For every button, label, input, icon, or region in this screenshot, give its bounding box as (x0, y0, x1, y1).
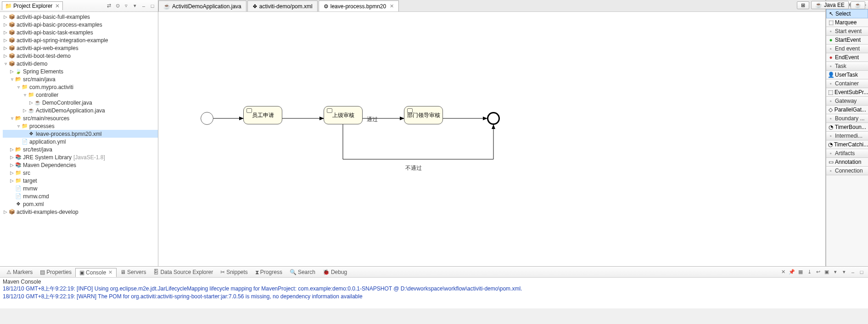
tree-item[interactable]: ▷🍃Spring Elements (3, 67, 158, 75)
expand-icon[interactable]: ▷ (9, 147, 15, 152)
java-ee-perspective-button[interactable]: ☕Java EE (811, 1, 849, 9)
expand-icon[interactable]: ▷ (3, 45, 8, 50)
tree-item[interactable]: ▷📦activiti-examples-develop (3, 208, 158, 216)
palette-item[interactable]: ◇ParallelGat... (826, 106, 868, 114)
expand-icon[interactable]: ▷ (3, 53, 8, 58)
scroll-lock-icon[interactable]: ⤓ (806, 268, 813, 276)
editor-tab[interactable]: ❖activiti-demo/pom.xml (247, 0, 318, 11)
palette-section[interactable]: ◦Connection (826, 166, 868, 175)
tree-item[interactable]: ▿📂src/main/java (3, 75, 158, 83)
filter-icon[interactable]: ▿ (123, 2, 130, 10)
expand-icon[interactable]: ▷ (9, 162, 15, 168)
palette-section[interactable]: ◦Container (826, 79, 868, 88)
view-tab[interactable]: 🖥Servers (117, 268, 150, 276)
select-console-icon[interactable]: ▾ (832, 268, 839, 276)
tree-item[interactable]: ▷❖pom.xml (3, 200, 158, 208)
tree-item[interactable]: ▷📚JRE System Library[JavaSE-1.8] (3, 153, 158, 161)
open-perspective-button[interactable]: ⊞ (797, 1, 809, 9)
palette-item[interactable]: ◔TimerBoun... (826, 123, 868, 131)
expand-icon[interactable]: ▷ (9, 178, 15, 183)
tree-item[interactable]: ▷📁target (3, 177, 158, 184)
palette-item[interactable]: 👤UserTask (826, 71, 868, 79)
wrap-icon[interactable]: ↩ (814, 268, 822, 276)
palette-section[interactable]: ◦Intermedi... (826, 131, 868, 140)
view-tab[interactable]: 🔍Search (286, 268, 319, 276)
editor-tab[interactable]: ⚙leave-process.bpmn20✕ (319, 0, 399, 11)
tree-item[interactable]: ▷📄application.yml (3, 138, 158, 145)
expand-icon[interactable]: ▷ (9, 170, 15, 175)
max-icon[interactable]: □ (858, 268, 865, 276)
palette-item[interactable]: ⬚EventSubPr... (826, 88, 868, 96)
tree-item[interactable]: ▷📚Maven Dependencies (3, 161, 158, 169)
tree-item[interactable]: ▷📄mvnw (3, 184, 158, 192)
view-tab[interactable]: ✂Snippets (217, 268, 252, 276)
palette-item[interactable]: ▭Annotation (826, 158, 868, 166)
tree-item[interactable]: ▷📦activiti-boot-test-demo (3, 52, 158, 60)
palette-section[interactable]: ◦Artifacts (826, 149, 868, 158)
bpmn-start-event[interactable] (201, 112, 213, 125)
tree-item[interactable]: ▿📁controller (3, 91, 158, 99)
display-icon[interactable]: ▦ (797, 268, 804, 276)
clear-icon[interactable]: ✕ (779, 268, 787, 276)
close-icon[interactable]: ✕ (108, 269, 112, 275)
tree-item[interactable]: ▷📦activiti-api-spring-integration-exampl… (3, 36, 158, 44)
tree-item[interactable]: ▿📁processes (3, 122, 158, 130)
bpmn-user-task[interactable]: 部门领导审核 (404, 106, 443, 124)
pin-icon[interactable]: 📌 (788, 268, 795, 276)
tree-item[interactable]: ▷☕ActivitiDemoApplication.java (3, 106, 158, 114)
focus-icon[interactable]: ⊙ (114, 2, 121, 10)
bpmn-end-event[interactable] (487, 112, 500, 125)
menu-icon[interactable]: ▾ (131, 2, 139, 10)
project-explorer-tab[interactable]: 📁 Project Explorer ✕ (2, 1, 63, 10)
palette-item[interactable]: ⬚Marquee (826, 18, 868, 27)
view-tab[interactable]: ▣Console✕ (75, 268, 117, 277)
expand-icon[interactable]: ▷ (3, 14, 8, 19)
palette-section[interactable]: ◦Start event (826, 27, 868, 36)
perspective-switcher[interactable]: ⊞ ☕Java EE ☕ (797, 1, 865, 9)
view-tab[interactable]: ⧗Progress (252, 268, 286, 276)
palette-item[interactable]: ●EndEvent (826, 53, 868, 61)
expand-icon[interactable]: ▷ (3, 22, 8, 27)
expand-icon[interactable]: ▿ (3, 61, 8, 66)
view-tab[interactable]: 🗄Data Source Explorer (150, 268, 217, 276)
tree-item[interactable]: ▿📂src/main/resources (3, 114, 158, 122)
expand-icon[interactable]: ▷ (3, 30, 8, 35)
close-icon[interactable]: ✕ (55, 3, 60, 9)
min-icon[interactable]: – (849, 268, 857, 276)
open-console-icon[interactable]: ▣ (823, 268, 830, 276)
expand-icon[interactable]: ▷ (28, 100, 34, 105)
palette-item[interactable]: ◔TimerCatchi... (826, 140, 868, 149)
view-tab[interactable]: 🐞Debug (319, 268, 351, 276)
expand-icon[interactable]: ▷ (9, 69, 15, 74)
tree-item[interactable]: ▷📁src (3, 169, 158, 177)
bpmn-user-task[interactable]: 上级审核 (324, 106, 363, 124)
bpmn-canvas[interactable]: 员工申请上级审核部门领导审核通过不通过 (158, 12, 825, 266)
close-icon[interactable]: ✕ (390, 3, 394, 9)
view-tab[interactable]: ⚠Markers (3, 268, 36, 276)
tree-item[interactable]: ▷📦activiti-api-basic-task-examples (3, 28, 158, 36)
palette-section[interactable]: ◦Gateway (826, 96, 868, 106)
expand-icon[interactable]: ▿ (16, 123, 21, 128)
tree-item[interactable]: ▷📦activiti-api-web-examples (3, 44, 158, 52)
menu-icon[interactable]: ▾ (840, 268, 848, 276)
tree-item[interactable]: ▷📄mvnw.cmd (3, 192, 158, 200)
tree-item[interactable]: ▿📁com.mypro.activiti (3, 83, 158, 91)
tree-item[interactable]: ▷☕DemoController.java (3, 99, 158, 106)
bpmn-user-task[interactable]: 员工申请 (243, 106, 282, 124)
tree-item[interactable]: ▿📦activiti-demo (3, 60, 158, 67)
expand-icon[interactable]: ▿ (16, 84, 21, 89)
tree-item[interactable]: ▷❖leave-process.bpmn20.xml (3, 130, 158, 138)
palette-section[interactable]: ◦Boundary ... (826, 114, 868, 123)
expand-icon[interactable]: ▿ (9, 116, 15, 121)
java-perspective-button[interactable]: ☕ (851, 1, 865, 9)
view-tab[interactable]: ▤Properties (36, 268, 75, 276)
palette-item[interactable]: ●StartEvent (826, 36, 868, 44)
expand-icon[interactable]: ▿ (22, 92, 28, 97)
editor-tab[interactable]: ☕ActivitiDemoApplication.java (158, 0, 246, 11)
min-icon[interactable]: – (140, 2, 147, 10)
expand-icon[interactable]: ▿ (9, 77, 15, 82)
palette-section[interactable]: ◦Task (826, 61, 868, 71)
expand-icon[interactable]: ▷ (9, 155, 15, 160)
expand-icon[interactable]: ▷ (22, 108, 28, 113)
palette-item[interactable]: ↖Select (826, 9, 868, 18)
